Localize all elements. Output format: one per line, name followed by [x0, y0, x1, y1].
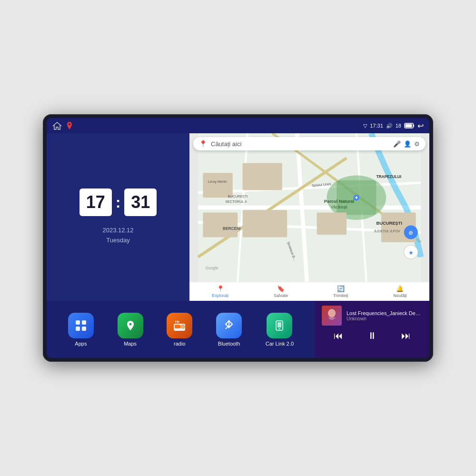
music-title: Lost Frequencies_Janieck Devy-... — [347, 310, 423, 316]
svg-text:JUDEȚUL ILFOV: JUDEȚUL ILFOV — [374, 229, 400, 233]
music-player: Lost Frequencies_Janieck Devy-... Unknow… — [315, 301, 429, 358]
signal-strength: 18 — [396, 123, 401, 129]
bluetooth-icon-bg — [216, 313, 242, 338]
app-icon-apps[interactable]: Apps — [68, 313, 94, 347]
map-search-bar[interactable]: 📍 Căutați aici 🎤 👤 ⚙ — [193, 137, 426, 150]
maps-icon-bg — [118, 313, 143, 338]
location-icon[interactable] — [66, 121, 73, 130]
gps-icon: ▽ — [363, 123, 367, 129]
map-background: Parcul Natural Văcărești TRAPEZULUI BUCU… — [189, 133, 429, 282]
maps-label: Maps — [124, 341, 137, 347]
svg-text:TRAPEZULUI: TRAPEZULUI — [376, 174, 401, 179]
svg-rect-14 — [203, 212, 238, 237]
day-text: Tuesday — [102, 236, 133, 246]
svg-text:BUCUREȘTI: BUCUREȘTI — [376, 221, 402, 226]
map-nav-news[interactable]: 🔔 Noutăți — [393, 285, 407, 298]
carlink-label: Car Link 2.0 — [266, 341, 294, 347]
svg-rect-39 — [76, 327, 80, 331]
apps-section: Apps Maps — [47, 301, 315, 358]
date-text: 2023.12.12 — [102, 226, 133, 236]
map-nav-share[interactable]: 🔄 Trimiteți — [333, 285, 348, 298]
svg-rect-48 — [278, 328, 280, 329]
svg-rect-15 — [243, 210, 288, 237]
svg-text:BERCENI: BERCENI — [223, 226, 240, 231]
prev-button[interactable]: ⏮ — [334, 330, 343, 341]
svg-text:Leroy Merlin: Leroy Merlin — [208, 179, 227, 184]
home-icon[interactable] — [52, 121, 62, 130]
clock-widget: 17 : 31 2023.12.12 Tuesday — [47, 133, 189, 301]
music-artist: Unknown — [347, 316, 423, 321]
time-display: 17:31 — [370, 123, 383, 129]
clock-colon: : — [116, 194, 121, 211]
music-controls: ⏮ ⏸ ⏭ — [322, 330, 423, 341]
svg-text:Văcărești: Văcărești — [331, 205, 347, 209]
status-bar: ▽ 17:31 🔊 18 ↩ — [47, 118, 429, 133]
share-icon: 🔄 — [337, 285, 345, 292]
map-search-text[interactable]: Căutați aici — [211, 140, 389, 148]
volume-icon[interactable]: 🔊 — [386, 123, 393, 129]
app-icon-bluetooth[interactable]: Bluetooth — [216, 313, 242, 347]
radio-icon-bg: FM — [167, 313, 192, 338]
svg-text:FM: FM — [175, 320, 179, 323]
device-screen: ▽ 17:31 🔊 18 ↩ — [47, 118, 429, 358]
back-icon[interactable]: ↩ — [417, 121, 424, 130]
map-widget[interactable]: Parcul Natural Văcărești TRAPEZULUI BUCU… — [189, 133, 429, 301]
mic-icon[interactable]: 🎤 — [393, 140, 401, 148]
svg-rect-42 — [175, 325, 180, 328]
share-label: Trimiteți — [333, 293, 348, 298]
main-content: 17 : 31 2023.12.12 Tuesday — [47, 133, 429, 358]
clock-date: 2023.12.12 Tuesday — [102, 226, 133, 246]
app-icon-maps[interactable]: Maps — [118, 313, 143, 347]
clock-minutes: 31 — [124, 188, 157, 216]
status-right: ▽ 17:31 🔊 18 ↩ — [363, 121, 424, 130]
car-infotainment-device: ▽ 17:31 🔊 18 ↩ — [43, 114, 433, 362]
map-nav-saved[interactable]: 🔖 Salvate — [274, 285, 288, 298]
music-thumbnail — [322, 306, 342, 326]
clock-hours: 17 — [79, 188, 112, 216]
svg-rect-17 — [243, 163, 282, 190]
svg-rect-2 — [414, 125, 415, 127]
bluetooth-label: Bluetooth — [218, 341, 240, 347]
map-search-icons: 🎤 👤 ⚙ — [393, 140, 420, 148]
map-nav-explore[interactable]: 📍 Explorați — [212, 285, 228, 298]
svg-rect-47 — [278, 322, 281, 327]
saved-label: Salvate — [274, 293, 288, 298]
next-button[interactable]: ⏭ — [401, 330, 411, 341]
svg-point-44 — [182, 326, 184, 327]
svg-text:Parcul Natural: Parcul Natural — [324, 199, 354, 204]
news-label: Noutăți — [393, 293, 407, 298]
svg-text:Google: Google — [206, 266, 218, 270]
play-pause-button[interactable]: ⏸ — [367, 330, 377, 341]
radio-label: radio — [174, 341, 185, 347]
svg-text:SECTORUL 4: SECTORUL 4 — [225, 199, 247, 204]
apps-icon-bg — [68, 313, 94, 338]
battery-icon — [404, 123, 415, 129]
svg-text:⊕: ⊕ — [408, 229, 413, 236]
svg-text:BUCUREȘTI: BUCUREȘTI — [228, 194, 248, 198]
app-icon-radio[interactable]: FM radio — [167, 313, 192, 347]
svg-text:★: ★ — [408, 249, 414, 256]
bottom-section: Apps Maps — [47, 301, 429, 358]
saved-icon: 🔖 — [277, 285, 285, 292]
carlink-icon-bg — [267, 313, 292, 338]
svg-rect-37 — [76, 320, 80, 325]
app-icon-carlink[interactable]: Car Link 2.0 — [266, 313, 294, 347]
music-details: Lost Frequencies_Janieck Devy-... Unknow… — [347, 310, 423, 321]
status-left — [52, 121, 73, 130]
svg-rect-18 — [317, 212, 347, 235]
explore-icon: 📍 — [217, 285, 224, 292]
svg-rect-40 — [82, 327, 86, 331]
top-section: 17 : 31 2023.12.12 Tuesday — [47, 133, 429, 301]
avatar-icon[interactable]: 👤 — [404, 140, 411, 148]
news-icon: 🔔 — [396, 285, 404, 292]
map-bottom-bar: 📍 Explorați 🔖 Salvate 🔄 Trimiteți � — [189, 282, 429, 301]
svg-rect-38 — [82, 320, 86, 325]
map-logo: 📍 — [199, 140, 207, 148]
apps-label: Apps — [75, 341, 87, 347]
svg-point-50 — [328, 309, 336, 317]
clock-display: 17 : 31 — [79, 188, 157, 216]
svg-rect-1 — [406, 124, 412, 128]
music-info: Lost Frequencies_Janieck Devy-... Unknow… — [322, 306, 423, 326]
settings-map-icon[interactable]: ⚙ — [414, 140, 420, 148]
explore-label: Explorați — [212, 293, 228, 298]
